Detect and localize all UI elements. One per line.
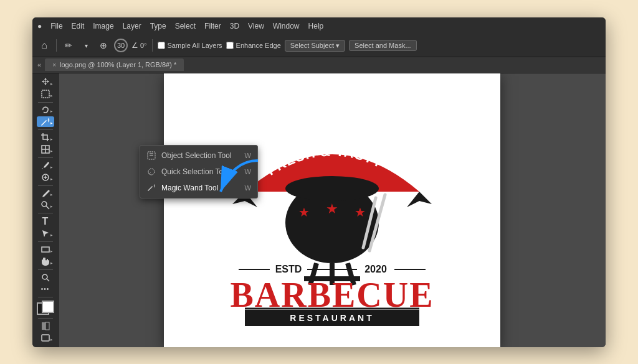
app-window: ● File Edit Image Layer Type Select Filt… (32, 17, 606, 347)
left-toolbar: ▸ ▸ ▸ ▸ ▸ (32, 73, 59, 347)
enhance-edge-group: Enhance Edge (226, 42, 281, 49)
tab-close-icon[interactable]: × (52, 62, 56, 68)
frame-tool[interactable]: ▸ (37, 144, 54, 155)
zoom-tool[interactable] (37, 272, 54, 282)
svg-line-10 (47, 279, 49, 281)
tab-filename: logo.png @ 100% (Layer 1, RGB/8#) * (60, 61, 176, 68)
logo: FRESH & TASTY ★ ★ (164, 73, 500, 347)
canvas-area: Object Selection Tool W Quick Selection … (59, 73, 606, 347)
tool-sep-4 (38, 185, 53, 186)
enhance-edge-checkbox[interactable] (226, 42, 234, 49)
svg-marker-20 (407, 192, 432, 207)
svg-text:★: ★ (298, 205, 310, 219)
color-swatches[interactable] (37, 302, 54, 313)
menu-image[interactable]: Image (93, 22, 113, 30)
clone-stamp-tool[interactable]: ▸ (37, 200, 54, 210)
object-selection-label: Object Selection Tool (161, 151, 240, 160)
menu-select[interactable]: Select (175, 22, 196, 30)
menu-ps[interactable]: ● (37, 22, 42, 30)
document-tab[interactable]: × logo.png @ 100% (Layer 1, RGB/8#) * (45, 58, 184, 71)
brush-size-group: 30 (114, 39, 128, 52)
separator-2 (152, 39, 153, 52)
main-area: ▸ ▸ ▸ ▸ ▸ (32, 73, 606, 347)
select-and-mask-button[interactable]: Select and Mask... (349, 40, 417, 51)
tool-sep-3 (38, 157, 53, 158)
menu-window[interactable]: Window (273, 22, 300, 30)
context-quick-selection[interactable]: Quick Selection Tool W (140, 164, 257, 180)
home-icon[interactable]: ⌂ (37, 39, 51, 52)
menu-bar: ● File Edit Image Layer Type Select Filt… (32, 17, 606, 35)
quick-selection-shortcut: W (245, 168, 251, 175)
svg-text:★: ★ (326, 201, 338, 217)
screen-mode-tool[interactable]: ▸ (37, 333, 54, 343)
magic-wand-tool[interactable]: ▸ (37, 116, 54, 127)
brush-tool-icon[interactable]: ✏ (62, 39, 75, 52)
svg-text:2020: 2020 (364, 264, 387, 274)
tool-sep-8 (38, 297, 53, 297)
tool-sep-7 (38, 269, 53, 270)
rectangle-tool[interactable]: ▸ (37, 245, 54, 255)
select-subject-button[interactable]: Select Subject ▾ (285, 40, 345, 52)
angle-group: ∠ 0° (131, 41, 147, 50)
sample-all-layers-label: Sample All Layers (168, 42, 222, 49)
object-selection-icon (146, 151, 156, 161)
menu-edit[interactable]: Edit (72, 22, 85, 30)
svg-rect-12 (45, 322, 49, 330)
tool-sep-9 (38, 318, 53, 319)
eyedropper-tool[interactable]: ▸ (37, 161, 54, 171)
svg-point-9 (42, 274, 47, 279)
svg-rect-11 (42, 322, 45, 330)
path-selection-tool[interactable]: ▸ (37, 228, 54, 239)
lasso-tool[interactable]: ▸ (37, 105, 54, 115)
tool-sep-2 (38, 129, 53, 130)
type-tool[interactable]: T (37, 216, 54, 227)
menu-layer[interactable]: Layer (123, 22, 141, 30)
extra-tools[interactable]: ••• (37, 284, 54, 294)
quick-selection-icon (146, 167, 156, 177)
mode-icon[interactable]: ⊕ (97, 39, 110, 52)
svg-rect-8 (42, 247, 49, 252)
svg-text:RESTAURANT: RESTAURANT (290, 313, 374, 323)
background-color[interactable] (42, 301, 54, 313)
brush-size-circle[interactable]: 30 (114, 39, 128, 52)
select-subject-chevron: ▾ (336, 42, 340, 50)
svg-text:ESTD: ESTD (275, 264, 302, 274)
menu-help[interactable]: Help (308, 22, 324, 30)
hand-tool[interactable]: ▸ (37, 256, 54, 267)
healing-tool[interactable]: ▸ (37, 172, 54, 183)
context-magic-wand[interactable]: Magic Wand Tool W (140, 180, 257, 196)
tab-bar: « × logo.png @ 100% (Layer 1, RGB/8#) * (32, 57, 606, 73)
svg-rect-0 (42, 90, 49, 98)
crop-tool[interactable]: ▸ (37, 133, 54, 143)
quick-mask-tool[interactable] (37, 320, 54, 331)
sample-all-layers-checkbox[interactable] (158, 42, 165, 49)
separator-1 (56, 39, 57, 52)
magic-wand-label: Magic Wand Tool (161, 184, 240, 192)
menu-type[interactable]: Type (150, 22, 166, 30)
context-menu: Object Selection Tool W Quick Selection … (140, 145, 258, 198)
svg-point-23 (285, 176, 379, 201)
brush-tool[interactable]: ▸ (37, 188, 54, 198)
tool-sep-5 (38, 213, 53, 213)
object-selection-shortcut: W (245, 152, 251, 159)
canvas-document: FRESH & TASTY ★ ★ (164, 73, 500, 347)
marquee-tool[interactable]: ▸ (37, 89, 54, 100)
brush-options-icon[interactable]: ▾ (79, 39, 93, 52)
angle-value: 0° (140, 42, 147, 49)
svg-point-7 (42, 202, 47, 207)
enhance-edge-label: Enhance Edge (236, 42, 281, 49)
options-toolbar: ⌂ ✏ ▾ ⊕ 30 ∠ 0° Sample All Layers Enhanc… (32, 35, 606, 57)
quick-selection-label: Quick Selection Tool (161, 167, 240, 176)
move-tool[interactable]: ▸ (37, 77, 54, 88)
menu-file[interactable]: File (50, 22, 62, 30)
menu-3d[interactable]: 3D (230, 22, 239, 30)
panel-collapse-icon[interactable]: « (37, 61, 41, 68)
svg-point-17 (148, 169, 155, 175)
context-object-selection[interactable]: Object Selection Tool W (140, 147, 257, 164)
menu-view[interactable]: View (248, 22, 264, 30)
angle-icon: ∠ (131, 41, 138, 50)
magic-wand-shortcut: W (245, 184, 251, 192)
tool-sep-6 (38, 241, 53, 242)
menu-filter[interactable]: Filter (204, 22, 221, 30)
svg-rect-13 (42, 335, 49, 341)
